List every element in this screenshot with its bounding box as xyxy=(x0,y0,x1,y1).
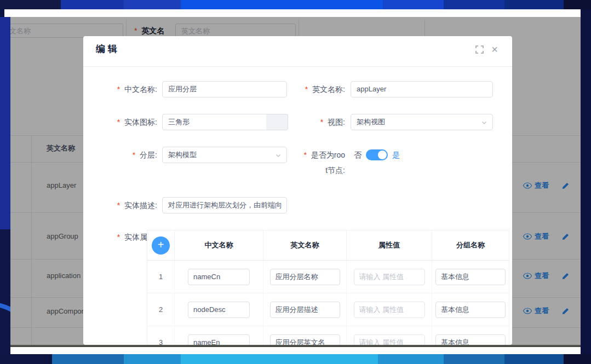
attr-group-input[interactable] xyxy=(435,302,506,318)
entity-desc-field[interactable]: 对应用进行架构层次划分，由前端向 xyxy=(162,197,287,213)
view-select[interactable]: 架构视图 xyxy=(351,114,493,130)
name-cn-label: 中文名称: xyxy=(83,81,157,97)
row-index: 1 xyxy=(147,261,175,293)
attr-table-row: 1 xyxy=(147,261,509,293)
toggle-on-text: 是 xyxy=(392,147,400,163)
name-cn-field[interactable]: 应用分层 xyxy=(162,81,287,97)
chevron-down-icon xyxy=(275,152,282,159)
attr-cn-input[interactable] xyxy=(188,334,250,345)
frame-right-band xyxy=(581,9,591,354)
attr-table-row: 2 xyxy=(147,293,509,326)
frame-top-band xyxy=(0,0,591,9)
toggle-off-text: 否 xyxy=(354,147,362,163)
attr-table-header: + 中文名称 英文名称 属性值 分组名称 xyxy=(147,230,509,261)
add-attr-button[interactable]: + xyxy=(152,236,170,255)
view-label: 视图: xyxy=(291,114,345,130)
entity-desc-label: 实体描述: xyxy=(83,197,157,213)
entity-icon-field[interactable]: 三角形 xyxy=(162,114,267,130)
close-icon[interactable]: × xyxy=(491,45,498,54)
col-header: 属性值 xyxy=(347,230,432,260)
fullscreen-icon[interactable] xyxy=(475,45,484,54)
frame-corner xyxy=(0,9,4,17)
divider xyxy=(83,66,512,67)
col-header: 分组名称 xyxy=(432,230,509,260)
is-root-label-line2: t节点: xyxy=(291,162,345,178)
chevron-down-icon xyxy=(481,119,487,126)
edit-modal: 编辑 × 中文名称: 应用分层 英文名称: appLayer 实体图标: 三角形… xyxy=(83,36,512,345)
is-root-toggle[interactable] xyxy=(366,149,388,160)
frame-bottom-band xyxy=(0,354,591,364)
modal-title: 编辑 xyxy=(96,43,120,55)
attr-cn-input[interactable] xyxy=(188,269,250,285)
entity-icon-label: 实体图标: xyxy=(83,114,157,130)
attr-en-input[interactable] xyxy=(270,269,340,285)
attr-value-input[interactable] xyxy=(354,302,425,318)
attr-table: + 中文名称 英文名称 属性值 分组名称 1 2 3 xyxy=(147,230,509,345)
col-header: 英文名称 xyxy=(263,230,347,260)
attr-value-input[interactable] xyxy=(354,334,425,345)
attr-value-input[interactable] xyxy=(354,269,425,285)
col-header: 中文名称 xyxy=(175,230,263,260)
app-window: 英文名 英文名称 appLayer appGroup application a… xyxy=(0,0,591,364)
attr-group-input[interactable] xyxy=(435,334,506,345)
attr-group-input[interactable] xyxy=(435,269,506,285)
name-en-field[interactable]: appLayer xyxy=(351,81,493,97)
is-root-label-line1: 是否为roo xyxy=(291,147,345,163)
attr-en-input[interactable] xyxy=(270,302,340,318)
entity-attrs-label: 实体属性: xyxy=(83,229,157,245)
frame-left-band xyxy=(0,17,10,354)
name-en-label: 英文名称: xyxy=(291,81,345,97)
frame-white-strip xyxy=(4,9,581,17)
layer-label: 分层: xyxy=(83,147,157,163)
attr-cn-input[interactable] xyxy=(188,302,250,318)
row-index: 3 xyxy=(147,326,175,345)
attr-en-input[interactable] xyxy=(270,334,340,345)
layer-select[interactable]: 架构模型 xyxy=(162,147,287,163)
icon-preview-box[interactable] xyxy=(266,114,288,130)
row-index: 2 xyxy=(147,293,175,326)
attr-table-row: 3 xyxy=(147,326,509,345)
frame-white-strip xyxy=(0,347,591,354)
